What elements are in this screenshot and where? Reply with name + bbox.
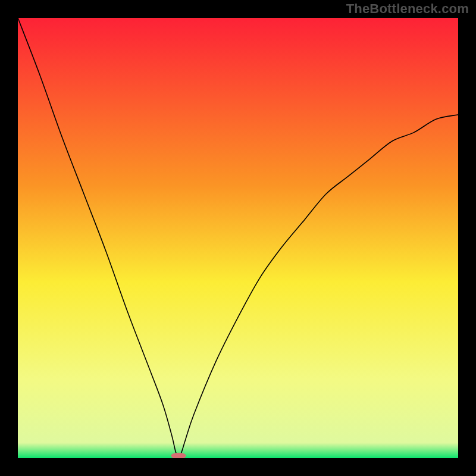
plot-area [18,18,458,458]
watermark-text: TheBottleneck.com [346,1,469,17]
gradient-background [18,18,458,458]
chart-frame: TheBottleneck.com [0,0,476,476]
